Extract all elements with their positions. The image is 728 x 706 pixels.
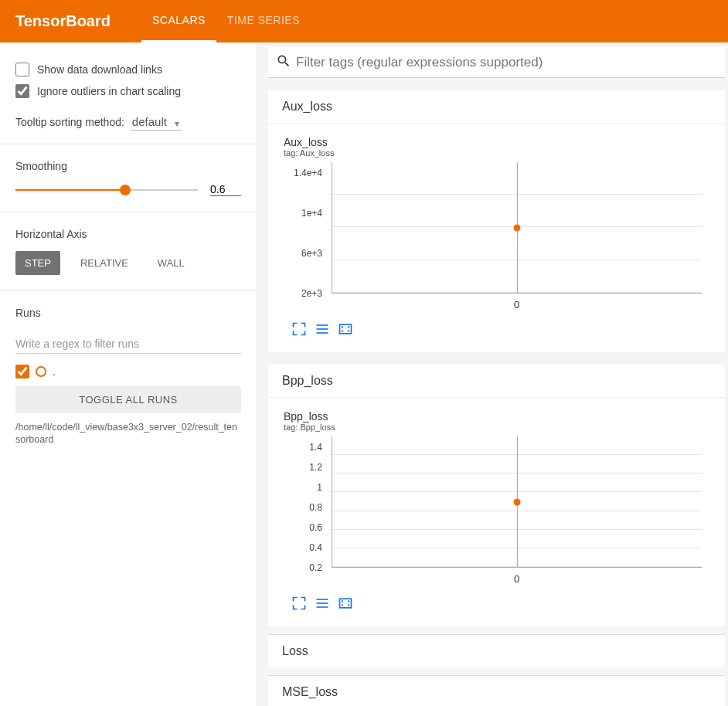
chart-bpp-loss: 1.4 1.2 1 0.8 0.6 0.4 0.2 0 <box>291 436 709 591</box>
smoothing-value-input[interactable] <box>210 183 241 196</box>
x-tick: 0 <box>332 573 702 585</box>
show-download-links-label: Show data download links <box>37 63 162 76</box>
sidebar: Show data download links Ignore outliers… <box>0 42 257 706</box>
section-body: Aux_loss tag: Aux_loss 1.4e+4 1e+4 6e+3 … <box>268 124 725 352</box>
divider <box>0 212 257 212</box>
tooltip-sort-label: Tooltip sorting method: <box>15 116 124 128</box>
svg-point-12 <box>342 601 342 602</box>
section-aux-loss: Aux_loss Aux_loss tag: Aux_loss 1.4e+4 1… <box>268 90 725 352</box>
svg-point-6 <box>342 331 342 331</box>
y-tick: 0.4 <box>291 542 327 553</box>
expand-icon[interactable] <box>291 596 307 611</box>
chart-tag: tag: Aux_loss <box>284 148 709 158</box>
chart-tools <box>291 596 709 611</box>
axis-label: Horizontal Axis <box>15 228 241 240</box>
svg-point-13 <box>349 601 349 602</box>
axis-options: STEP RELATIVE WALL <box>15 251 241 275</box>
smoothing-slider[interactable] <box>15 189 198 191</box>
main: Aux_loss Aux_loss tag: Aux_loss 1.4e+4 1… <box>257 42 728 706</box>
tab-scalars[interactable]: SCALARS <box>141 0 216 42</box>
axis-btn-wall[interactable]: WALL <box>148 251 194 275</box>
run-row[interactable]: . <box>15 365 241 378</box>
data-point <box>514 498 521 505</box>
list-icon[interactable] <box>315 596 330 611</box>
runs-filter-input[interactable] <box>15 334 241 354</box>
svg-point-5 <box>349 327 349 328</box>
topbar: TensorBoard SCALARS TIME SERIES <box>0 0 728 42</box>
data-point <box>514 224 521 231</box>
chart-tools <box>291 321 709 337</box>
svg-point-7 <box>349 331 349 331</box>
section-bpp-loss: Bpp_loss Bpp_loss tag: Bpp_loss 1.4 1.2 … <box>268 365 725 626</box>
axis-btn-relative[interactable]: RELATIVE <box>71 251 138 275</box>
tooltip-sort-value[interactable]: default <box>131 114 182 131</box>
smoothing-label: Smoothing <box>15 160 241 172</box>
show-download-links-checkbox[interactable] <box>15 63 29 76</box>
y-tick: 0.6 <box>291 522 327 533</box>
toggle-all-runs-button[interactable]: TOGGLE ALL RUNS <box>15 386 241 413</box>
y-tick: 1 <box>291 482 327 493</box>
svg-rect-11 <box>340 599 352 608</box>
y-tick: 1e+4 <box>291 208 327 219</box>
divider <box>0 144 257 144</box>
y-axis: 1.4e+4 1e+4 6e+3 2e+3 <box>291 162 327 294</box>
y-tick: 0.8 <box>291 502 327 513</box>
runs-label: Runs <box>15 307 241 319</box>
tag-filter-row <box>268 47 725 78</box>
fit-icon[interactable] <box>338 321 353 337</box>
list-icon[interactable] <box>315 321 330 337</box>
y-axis: 1.4 1.2 1 0.8 0.6 0.4 0.2 <box>291 436 327 568</box>
run-checkbox[interactable] <box>15 365 29 378</box>
chart-title: Bpp_loss <box>284 410 709 423</box>
run-color-swatch <box>36 366 46 377</box>
app-logo: TensorBoard <box>15 12 111 30</box>
section-mse-loss[interactable]: MSE_loss <box>268 675 725 706</box>
section-header[interactable]: Aux_loss <box>268 90 725 124</box>
divider <box>0 290 257 291</box>
x-tick: 0 <box>332 299 702 311</box>
y-tick: 0.2 <box>291 562 327 573</box>
y-tick: 1.4e+4 <box>291 168 327 178</box>
expand-icon[interactable] <box>291 321 307 337</box>
section-body: Bpp_loss tag: Bpp_loss 1.4 1.2 1 0.8 0.6… <box>268 398 725 626</box>
tabs: SCALARS TIME SERIES <box>141 0 311 42</box>
y-tick: 2e+3 <box>291 288 327 299</box>
search-icon <box>276 53 291 71</box>
plot-area[interactable] <box>332 162 702 294</box>
svg-point-14 <box>342 605 342 606</box>
tooltip-sort-row: Tooltip sorting method: default ▾ <box>15 115 241 128</box>
axis-btn-step[interactable]: STEP <box>15 251 60 275</box>
ignore-outliers-row[interactable]: Ignore outliers in chart scaling <box>15 84 241 98</box>
tag-filter-input[interactable] <box>296 55 717 70</box>
y-tick: 6e+3 <box>291 248 327 259</box>
y-tick: 1.2 <box>291 462 327 473</box>
svg-point-4 <box>342 327 342 328</box>
chart-aux-loss: 1.4e+4 1e+4 6e+3 2e+3 0 <box>291 162 709 317</box>
runs-path: /home/ll/code/ll_view/base3x3_server_02/… <box>15 421 241 446</box>
smoothing-row <box>15 183 241 196</box>
slider-thumb[interactable] <box>120 185 131 195</box>
run-name: . <box>53 365 56 378</box>
chart-tag: tag: Bpp_loss <box>284 423 709 432</box>
show-download-links-row[interactable]: Show data download links <box>15 63 241 76</box>
section-header[interactable]: Bpp_loss <box>268 365 725 398</box>
section-loss[interactable]: Loss <box>268 634 725 667</box>
tab-time-series[interactable]: TIME SERIES <box>216 0 311 42</box>
y-tick: 1.4 <box>291 442 327 453</box>
fit-icon[interactable] <box>338 596 353 611</box>
ignore-outliers-checkbox[interactable] <box>15 84 29 98</box>
svg-point-15 <box>349 605 349 606</box>
chart-title: Aux_loss <box>284 136 709 148</box>
tooltip-sort-select[interactable]: default ▾ <box>131 115 182 128</box>
ignore-outliers-label: Ignore outliers in chart scaling <box>37 85 181 97</box>
plot-area[interactable] <box>332 436 702 568</box>
svg-rect-3 <box>340 324 352 334</box>
